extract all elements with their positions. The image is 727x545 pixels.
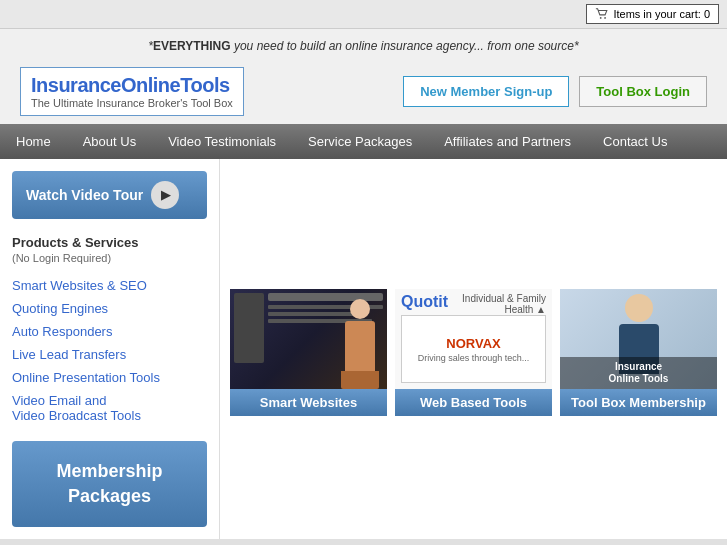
main-content: Watch Video Tour ▶ Products & Services (… [0, 159, 727, 539]
card-web-tools[interactable]: Quotit Individual & Family Health ▲ NORV… [395, 289, 552, 416]
cart-icon [595, 7, 609, 21]
cart-label: Items in your cart: 0 [613, 8, 710, 20]
card-smart-sidebar-sim [234, 293, 264, 363]
nav-home[interactable]: Home [0, 124, 67, 159]
feature-cards: Smart Websites Quotit Individual & Famil… [230, 169, 717, 416]
person-silhouette [341, 299, 379, 389]
svg-point-1 [605, 17, 607, 19]
logo-subtitle: The Ultimate Insurance Broker's Tool Box [31, 97, 233, 109]
logo-block[interactable]: InsuranceOnlineTools The Ultimate Insura… [20, 67, 244, 116]
login-button[interactable]: Tool Box Login [579, 76, 707, 107]
card-smart-websites[interactable]: Smart Websites [230, 289, 387, 416]
nav-affiliates[interactable]: Affiliates and Partners [428, 124, 587, 159]
membership-button[interactable]: MembershipPackages [12, 441, 207, 527]
toolbox-brand: InsuranceOnline Tools [564, 361, 713, 385]
norvax-name: NORVAX [446, 336, 500, 351]
quotit-logo: Quotit [401, 293, 448, 311]
watch-video-button[interactable]: Watch Video Tour ▶ [12, 171, 207, 219]
card-toolbox-image: InsuranceOnline Tools [560, 289, 717, 389]
card-toolbox-label: Tool Box Membership [560, 389, 717, 416]
svg-point-0 [600, 17, 602, 19]
nav-service-packages[interactable]: Service Packages [292, 124, 428, 159]
logo-title: InsuranceOnlineTools [31, 74, 233, 97]
card-web-label: Web Based Tools [395, 389, 552, 416]
tagline-text: *EVERYTHING you need to build an online … [148, 39, 578, 53]
card-smart-label: Smart Websites [230, 389, 387, 416]
card-web-header-text: Individual & Family Health ▲ [456, 293, 546, 315]
play-icon: ▶ [151, 181, 179, 209]
watch-video-label: Watch Video Tour [26, 187, 143, 203]
nav-bar: Home About Us Video Testimonials Service… [0, 124, 727, 159]
sidebar-link-presentation[interactable]: Online Presentation Tools [12, 366, 207, 389]
sidebar-link-lead-transfers[interactable]: Live Lead Transfers [12, 343, 207, 366]
sidebar-link-autoresponders[interactable]: Auto Responders [12, 320, 207, 343]
signup-button[interactable]: New Member Sign-up [403, 76, 569, 107]
header-buttons: New Member Sign-up Tool Box Login [403, 76, 707, 107]
sidebar-link-smart-websites[interactable]: Smart Websites & SEO [12, 274, 207, 297]
products-subtitle: (No Login Required) [12, 252, 207, 264]
sidebar-link-video-email[interactable]: Video Email andVideo Broadcast Tools [12, 389, 207, 427]
nav-about[interactable]: About Us [67, 124, 152, 159]
card-smart-image [230, 289, 387, 389]
sidebar: Watch Video Tour ▶ Products & Services (… [0, 159, 220, 539]
toolbox-overlay: InsuranceOnline Tools [560, 357, 717, 389]
card-toolbox[interactable]: InsuranceOnline Tools Tool Box Membershi… [560, 289, 717, 416]
cart-bar: Items in your cart: 0 [0, 0, 727, 29]
nav-contact[interactable]: Contact Us [587, 124, 683, 159]
cart-badge[interactable]: Items in your cart: 0 [586, 4, 719, 24]
products-title: Products & Services [12, 235, 207, 250]
nav-video-testimonials[interactable]: Video Testimonials [152, 124, 292, 159]
toolbox-head [625, 294, 653, 322]
card-web-image: Quotit Individual & Family Health ▲ NORV… [395, 289, 552, 389]
tagline: *EVERYTHING you need to build an online … [0, 29, 727, 59]
norvax-tagline: Driving sales through tech... [418, 353, 530, 363]
content-area: Smart Websites Quotit Individual & Famil… [220, 159, 727, 539]
sidebar-link-quoting[interactable]: Quoting Engines [12, 297, 207, 320]
norvax-box: NORVAX Driving sales through tech... [401, 315, 546, 383]
header: InsuranceOnlineTools The Ultimate Insura… [0, 59, 727, 124]
